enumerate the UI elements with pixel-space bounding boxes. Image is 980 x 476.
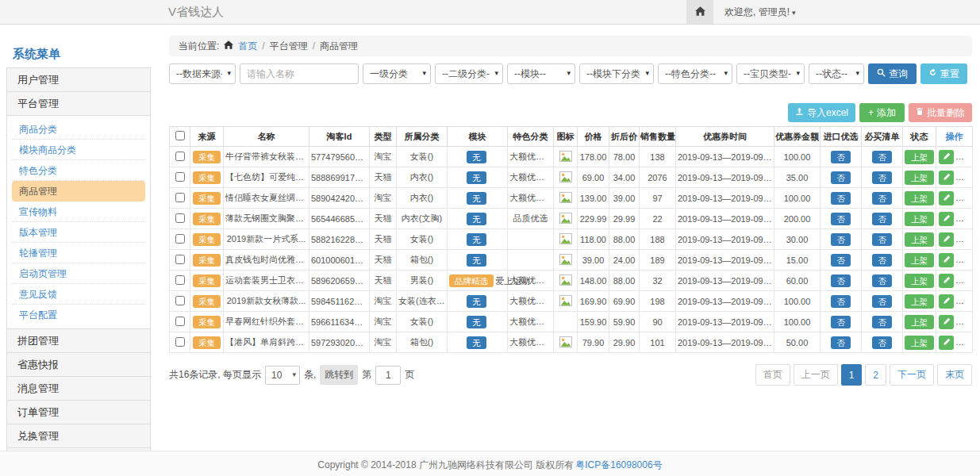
taoke-id: 601000601341 [309,250,370,271]
edit-button[interactable] [939,274,954,288]
sidebar-item[interactable]: 模块商品分类 [12,140,145,160]
row-checkbox[interactable] [175,152,185,161]
edit-button[interactable] [939,150,954,164]
column-header: 必买清单 [862,127,903,147]
sidebar-item[interactable]: 版本管理 [12,222,145,243]
row-checkbox[interactable] [175,255,185,264]
status-button[interactable]: 上架 [905,171,934,185]
sidebar-item[interactable]: 商品管理 [12,181,145,202]
import-excel-button[interactable]: 导入excel [788,103,855,122]
filter-select[interactable]: --模块下分类-- [580,64,653,83]
product-image-icon [559,192,572,205]
sidebar-item[interactable]: 商品分类 [12,119,145,140]
row-checkbox[interactable] [175,317,185,326]
product-image-icon [559,213,572,225]
table-row: 采集 牛仔背带裤女秋装减龄... 577479560965 淘宝 女装() 无 … [170,147,973,167]
row-checkbox[interactable] [175,234,185,244]
name-search-input[interactable] [240,63,359,84]
filter-select-wrap: --模块--▾ [507,63,575,84]
page-button[interactable]: 末页 [937,364,972,386]
row-checkbox[interactable] [175,337,185,347]
page-button[interactable]: 下一页 [890,364,934,386]
status-button[interactable]: 上架 [905,150,934,164]
coupon-amount: 30.00 [774,229,821,250]
page-prefix: 第 [362,368,371,382]
icp-link[interactable]: 粤ICP备16098006号 [575,459,662,476]
refresh-icon [928,68,937,79]
edit-button[interactable] [939,171,954,185]
coupon-time: 2019-09-13—2019-09-18 [676,167,774,188]
row-checkbox[interactable] [175,193,185,202]
filter-select[interactable]: --模块-- [508,64,575,83]
filter-select[interactable]: --状态-- [809,64,863,83]
module-cell: 无 [448,312,508,332]
page-number-input[interactable] [375,366,401,385]
row-checkbox[interactable] [175,296,185,305]
status-button[interactable]: 上架 [905,212,934,226]
breadcrumb-home-link[interactable]: 首页 [238,40,257,53]
sidebar-item[interactable]: 轮播管理 [12,243,145,263]
coupon-amount: 100.00 [774,147,821,167]
batch-delete-button[interactable]: 批量删除 [909,103,972,122]
filter-select[interactable]: --特色分类-- [659,64,732,83]
row-checkbox[interactable] [175,172,185,182]
sidebar-group-header[interactable]: 拼团管理 [7,329,150,352]
status-button[interactable]: 上架 [905,191,934,205]
sidebar-item[interactable]: 意见反馈 [12,284,145,305]
module-badge: 无 [467,213,486,225]
row-checkbox[interactable] [175,213,185,223]
jump-button[interactable]: 跳转到 [320,365,358,385]
sidebar-group-header[interactable]: 兑换管理 [7,424,150,447]
status-button[interactable]: 上架 [905,232,934,247]
filter-select[interactable]: --宝贝类型-- [737,64,804,83]
edit-button[interactable] [939,294,954,309]
sidebar-item[interactable]: 宣传物料 [12,202,145,222]
select-all-checkbox[interactable] [175,131,185,140]
row-checkbox[interactable] [175,275,185,285]
table-header-row: 来源名称淘客Id类型所属分类模块特色分类图标价格折后价销售数量优惠券时间优惠券金… [170,127,973,147]
sidebar-group-header[interactable]: 平台管理 [7,92,150,115]
product-category: 女装() [397,147,448,167]
page-button[interactable]: 2 [865,364,886,386]
query-button[interactable]: 查询 [868,63,917,84]
sidebar-item[interactable]: 特色分类 [12,160,145,181]
add-button[interactable]: + 添加 [859,103,905,122]
user-menu[interactable]: 欢迎您, 管理员!▾ [724,6,796,19]
edit-button[interactable] [939,253,954,267]
status-button[interactable]: 上架 [905,336,934,350]
top-header-bar: V省钱达人 欢迎您, 管理员!▾ [0,0,980,25]
module-cell: 无 [448,229,508,250]
home-button[interactable] [686,0,713,24]
page-button[interactable]: 上一页 [794,364,838,386]
import-select-badge: 否 [831,254,851,267]
filter-select[interactable]: --数据来源-- [170,64,235,83]
status-button[interactable]: 上架 [905,274,934,288]
taoke-id: 588869917501 [309,167,370,188]
page-button[interactable]: 首页 [755,364,790,386]
sidebar-group-header[interactable]: 订单管理 [7,401,150,424]
discount-price: 34.00 [609,167,640,188]
import-select-badge: 否 [831,316,851,328]
sidebar-item[interactable]: 启动页管理 [12,263,145,284]
import-select-badge: 否 [831,233,851,246]
edit-button[interactable] [939,191,954,205]
edit-button[interactable] [939,336,954,350]
edit-button[interactable] [939,232,954,247]
sidebar-group-header[interactable]: 省惠快报 [7,353,150,376]
status-button[interactable]: 上架 [905,253,934,267]
status-button[interactable]: 上架 [905,315,934,329]
module-cell: 无 [448,291,508,312]
filter-select[interactable]: 一级分类 [363,64,430,83]
sidebar-item[interactable]: 平台配置 [12,305,145,325]
status-button[interactable]: 上架 [905,294,934,309]
reset-button[interactable]: 重置 [920,63,967,84]
table-row: 采集 早春网红针织外套女春... 596611634525 淘宝 女装() 无 … [170,312,973,332]
per-page-select[interactable]: 10 [266,367,299,384]
page-button[interactable]: 1 [841,364,863,386]
sidebar-group-header[interactable]: 用户管理 [7,68,150,91]
sidebar-group-header[interactable]: 消息管理 [7,377,150,400]
edit-button[interactable] [939,315,954,329]
filter-select[interactable]: --二级分类-- [436,64,502,83]
edit-button[interactable] [939,212,954,226]
must-buy-badge: 否 [872,213,892,225]
